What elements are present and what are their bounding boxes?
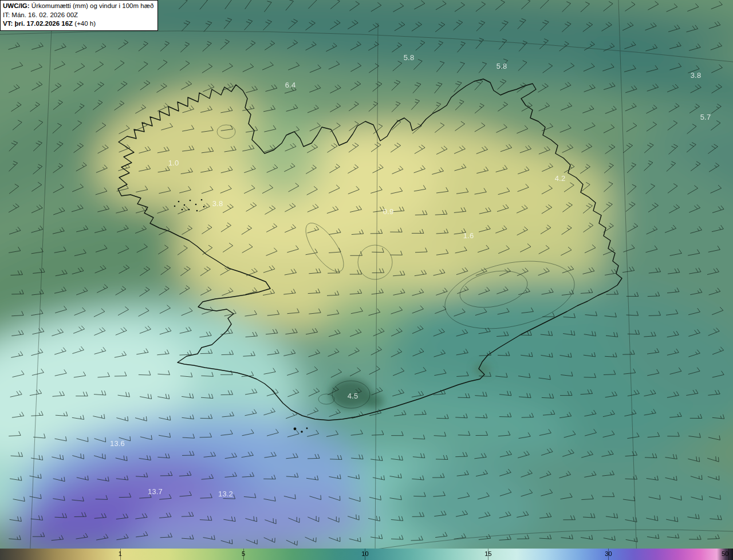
valid-time-label: VT: (3, 20, 13, 27)
title-box: UWC/IG: Úrkomumætti (mm) og vindur i 100… (0, 0, 158, 31)
title-line: UWC/IG: Úrkomumætti (mm) og vindur i 100… (3, 2, 153, 11)
valid-time-value: þri. 17.02.2026 16Z (14, 20, 73, 27)
product-code: UWC/IG: (3, 2, 30, 9)
valid-time-line: VT: þri. 17.02.2026 16Z (+40 h) (3, 19, 153, 29)
colorbar-tick-label: 30 (605, 550, 612, 557)
product-title: Úrkomumætti (mm) og vindur i 100m hæð (31, 2, 153, 9)
colorbar-tick-label: 1 (119, 550, 122, 557)
init-time-value: Mán. 16. 02. 2026 00Z (11, 11, 78, 18)
valid-time-offset: (+40 h) (74, 20, 96, 27)
init-time-label: IT: (3, 11, 10, 18)
colorbar-tick-label: 10 (361, 550, 368, 557)
precipitation-field (0, 0, 733, 560)
colorbar-tick-label: 5 (242, 550, 245, 557)
precipitation-colorbar: 1510153050 (0, 549, 733, 560)
colorbar-tick (728, 549, 729, 560)
init-time-line: IT: Mán. 16. 02. 2026 00Z (3, 11, 153, 20)
weather-map-canvas (0, 0, 733, 560)
weather-map: 5.85.83.86.45.71.04.23.80.91.64.513.613.… (0, 0, 733, 560)
colorbar-tick-label: 50 (722, 550, 728, 557)
colorbar-tick-label: 15 (484, 550, 491, 557)
